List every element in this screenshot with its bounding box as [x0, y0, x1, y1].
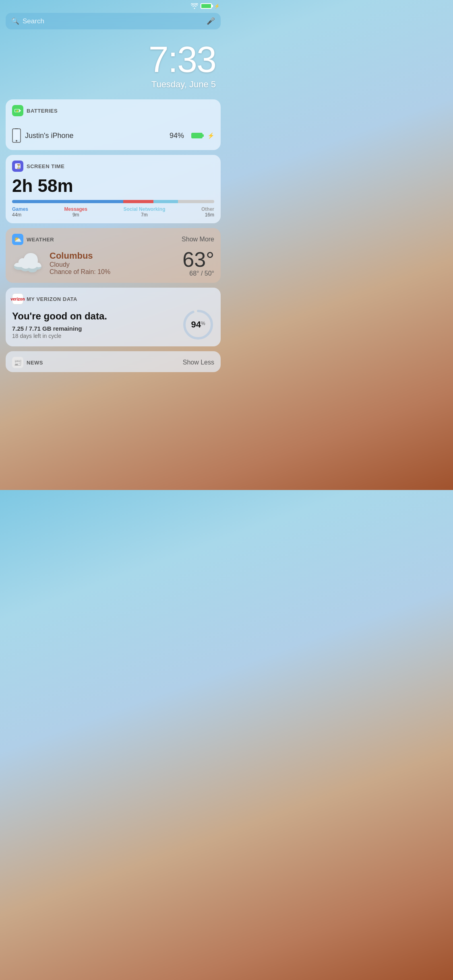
device-name: Justin's iPhone	[25, 132, 165, 140]
weather-city: Columbus	[50, 251, 176, 261]
weather-content: ☁️ Columbus Cloudy Chance of Rain: 10% 6…	[12, 249, 214, 277]
wifi-icon	[191, 3, 198, 9]
other-cat: Other	[201, 206, 214, 212]
social-cat: Social Networking	[123, 206, 165, 212]
news-header: 📰 NEWS Show Less	[12, 357, 214, 368]
verizon-text: You're good on data. 7.25 / 7.71 GB rema…	[12, 311, 177, 339]
other-time: 16m	[205, 212, 214, 218]
date-display: Tuesday, June 5	[0, 79, 216, 90]
search-bar[interactable]: 🔍 Search 🎤	[6, 13, 221, 29]
time-display: 7:33	[0, 41, 216, 78]
show-less-button[interactable]: Show Less	[183, 359, 214, 366]
other-label: Other 16m	[201, 206, 214, 218]
social-label: Social Networking 7m	[123, 206, 165, 218]
messages-cat: Messages	[64, 206, 87, 212]
news-widget: 📰 NEWS Show Less	[6, 351, 221, 372]
cloud-icon: ☁️	[12, 251, 43, 276]
weather-info: Columbus Cloudy Chance of Rain: 10%	[50, 251, 176, 276]
show-more-button[interactable]: Show More	[182, 236, 214, 243]
svg-text:⚡: ⚡	[16, 109, 19, 113]
svg-rect-1	[20, 110, 21, 111]
status-bar: ⚡	[0, 0, 226, 10]
weather-header-left: ⛅ WEATHER	[12, 234, 54, 245]
screen-time-widget: ⏳ SCREEN TIME 2h 58m Games 44m Messages …	[6, 155, 221, 223]
charging-bolt: ⚡	[207, 132, 214, 139]
verizon-header: verizon MY VERIZON DATA	[12, 293, 214, 305]
social-time: 7m	[141, 212, 148, 218]
verizon-circle-label: 94%	[191, 319, 205, 330]
messages-label: Messages 9m	[64, 206, 87, 218]
batteries-title: BATTERIES	[27, 108, 58, 114]
news-title: NEWS	[27, 360, 43, 366]
weather-header: ⛅ WEATHER Show More	[12, 234, 214, 245]
screen-time-bar	[12, 200, 214, 203]
screen-time-labels: Games 44m Messages 9m Social Networking …	[12, 206, 214, 218]
verizon-headline: You're good on data.	[12, 311, 177, 322]
svg-rect-6	[13, 130, 20, 140]
verizon-days: 18 days left in cycle	[12, 333, 177, 339]
weather-widget: ⛅ WEATHER Show More ☁️ Columbus Cloudy C…	[6, 228, 221, 283]
weather-condition: Cloudy	[50, 261, 176, 268]
time-section: 7:33 Tuesday, June 5	[0, 35, 226, 99]
phone-icon	[12, 128, 21, 143]
bar-games	[12, 200, 123, 203]
battery-device-row: Justin's iPhone 94% ⚡	[12, 120, 214, 144]
search-icon: 🔍	[11, 17, 19, 25]
verizon-circle: 94%	[182, 309, 214, 341]
svg-point-7	[16, 140, 17, 142]
screen-time-title: SCREEN TIME	[27, 163, 64, 169]
weather-title: WEATHER	[27, 237, 54, 243]
weather-rain: Chance of Rain: 10%	[50, 268, 176, 276]
weather-temp: 63°	[182, 249, 214, 270]
verizon-widget: verizon MY VERIZON DATA You're good on d…	[6, 288, 221, 346]
battery-status-icon	[201, 3, 212, 9]
battery-percent: 94%	[170, 132, 184, 140]
verizon-title: MY VERIZON DATA	[27, 296, 77, 302]
verizon-percent-sign: %	[201, 321, 205, 326]
svg-rect-5	[15, 128, 18, 129]
bar-social	[153, 200, 178, 203]
svg-text:⏳: ⏳	[16, 164, 21, 169]
bar-messages	[123, 200, 153, 203]
news-icon: 📰	[12, 357, 23, 368]
screen-time-total: 2h 58m	[12, 176, 214, 196]
verizon-icon: verizon	[12, 293, 23, 305]
verizon-content: You're good on data. 7.25 / 7.71 GB rema…	[12, 309, 214, 341]
news-header-left: 📰 NEWS	[12, 357, 43, 368]
mic-icon[interactable]: 🎤	[207, 17, 215, 25]
battery-bar	[191, 133, 203, 138]
batteries-header: ⚡ BATTERIES	[12, 105, 214, 116]
messages-time: 9m	[72, 212, 79, 218]
games-time: 44m	[12, 212, 21, 218]
batteries-icon: ⚡	[12, 105, 23, 116]
verizon-data-info: 7.25 / 7.71 GB remaining	[12, 325, 177, 332]
charging-icon: ⚡	[214, 4, 220, 9]
screen-time-icon: ⏳	[12, 161, 23, 172]
batteries-widget: ⚡ BATTERIES Justin's iPhone 94% ⚡	[6, 99, 221, 150]
verizon-percent: 94	[191, 319, 201, 329]
search-placeholder: Search	[23, 17, 203, 25]
screen-time-header: ⏳ SCREEN TIME	[12, 161, 214, 172]
weather-icon: ⛅	[12, 234, 23, 245]
games-label: Games 44m	[12, 206, 28, 218]
weather-temp-section: 63° 68° / 50°	[182, 249, 214, 277]
games-cat: Games	[12, 206, 28, 212]
bar-other	[178, 200, 214, 203]
